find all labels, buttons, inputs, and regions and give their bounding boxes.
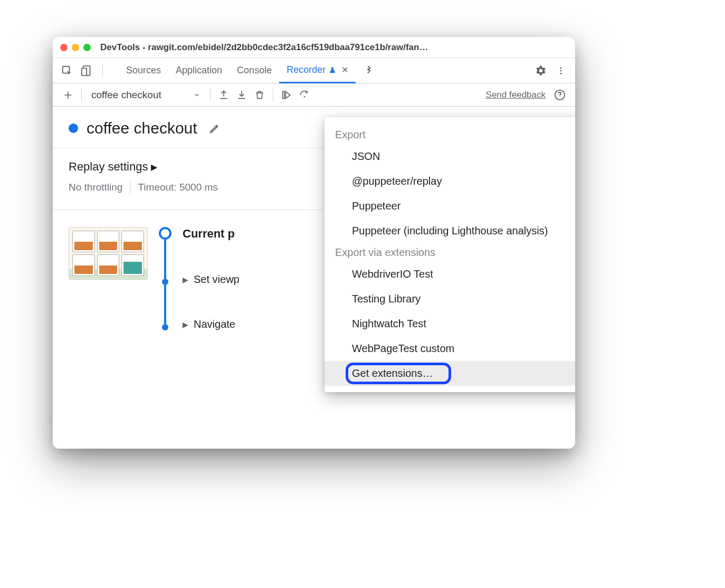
- tab-console[interactable]: Console: [230, 58, 279, 83]
- titlebar: DevTools - rawgit.com/ebidel/2d2bb0cdec3…: [53, 37, 575, 58]
- recording-indicator-icon: [69, 124, 78, 133]
- send-feedback-link[interactable]: Send feedback: [486, 90, 546, 100]
- step-replay-icon[interactable]: [278, 86, 295, 104]
- delete-icon[interactable]: [251, 86, 269, 104]
- export-testing-library-item[interactable]: Testing Library: [325, 287, 575, 311]
- svg-point-4: [560, 70, 562, 71]
- recording-selector[interactable]: coffee checkout: [86, 89, 206, 101]
- maximize-window-button[interactable]: [83, 44, 91, 51]
- export-webpagetest-item[interactable]: WebPageTest custom: [325, 336, 575, 361]
- tab-label: Recorder: [287, 64, 326, 75]
- get-extensions-item[interactable]: Get extensions…: [325, 361, 575, 386]
- page-thumbnail: [69, 227, 148, 280]
- divider: [273, 89, 273, 101]
- divider: [81, 89, 82, 101]
- export-json-item[interactable]: JSON: [325, 144, 575, 169]
- expand-icon: ▶: [183, 320, 188, 329]
- svg-point-5: [560, 72, 562, 74]
- new-recording-icon[interactable]: [59, 86, 77, 104]
- inspect-element-icon[interactable]: [58, 62, 76, 80]
- tab-recorder[interactable]: Recorder ✕: [279, 58, 356, 83]
- recording-name: coffee checkout: [91, 89, 161, 101]
- devtools-window: DevTools - rawgit.com/ebidel/2d2bb0cdec3…: [53, 37, 575, 449]
- dropdown-section-header: Export: [325, 126, 575, 144]
- timeline-track: [157, 227, 173, 330]
- step-label: Set viewp: [194, 273, 240, 286]
- export-puppeteer-lighthouse-item[interactable]: Puppeteer (including Lighthouse analysis…: [325, 219, 575, 243]
- close-tab-icon[interactable]: ✕: [341, 65, 348, 75]
- window-controls: [60, 44, 91, 51]
- timeout-value: Timeout: 5000 ms: [138, 182, 217, 193]
- replay-settings-label: Replay settings: [69, 160, 148, 174]
- chevron-right-icon: ▶: [151, 162, 157, 172]
- device-toolbar-icon[interactable]: [78, 62, 96, 80]
- svg-rect-6: [282, 91, 284, 98]
- divider: [130, 181, 130, 194]
- timeline-node: [162, 279, 168, 285]
- get-extensions-label: Get extensions…: [352, 367, 433, 379]
- expand-icon: ▶: [183, 276, 188, 284]
- timeline-start-node: [159, 227, 171, 240]
- edit-name-icon[interactable]: [206, 119, 224, 137]
- help-icon[interactable]: [551, 86, 569, 104]
- throttling-value: No throttling: [69, 182, 122, 193]
- import-icon[interactable]: [233, 86, 251, 104]
- tabs-list: Sources Application Console Recorder ✕: [119, 58, 378, 83]
- replay-loop-icon[interactable]: [295, 86, 313, 104]
- export-webdriverio-item[interactable]: WebdriverIO Test: [325, 262, 575, 287]
- export-puppeteer-item[interactable]: Puppeteer: [325, 194, 575, 219]
- dropdown-section-header: Export via extensions: [325, 243, 575, 262]
- svg-point-3: [560, 67, 562, 69]
- close-window-button[interactable]: [60, 44, 68, 51]
- recording-title: coffee checkout: [87, 119, 197, 137]
- chevron-down-icon: [193, 91, 201, 99]
- more-options-icon[interactable]: [552, 62, 570, 80]
- svg-point-7: [304, 96, 306, 98]
- timeline-node: [162, 324, 168, 330]
- window-title: DevTools - rawgit.com/ebidel/2d2bb0cdec3…: [100, 42, 568, 53]
- export-nightwatch-item[interactable]: Nightwatch Test: [325, 311, 575, 336]
- tab-application[interactable]: Application: [168, 58, 230, 83]
- export-puppeteer-replay-item[interactable]: @puppeteer/replay: [325, 169, 575, 194]
- export-icon[interactable]: [215, 86, 233, 104]
- flask-icon: [329, 67, 336, 74]
- settings-icon[interactable]: [532, 62, 550, 80]
- recorder-toolbar: coffee checkout Send feedback: [53, 83, 575, 107]
- minimize-window-button[interactable]: [72, 44, 79, 51]
- panel-tabs-row: Sources Application Console Recorder ✕: [53, 58, 575, 83]
- divider: [102, 64, 103, 77]
- svg-rect-2: [82, 68, 87, 75]
- step-label: Navigate: [194, 318, 235, 330]
- export-dropdown: Export JSON @puppeteer/replay Puppeteer …: [325, 117, 575, 392]
- more-tabs-icon[interactable]: [360, 62, 378, 80]
- tab-sources[interactable]: Sources: [119, 58, 168, 83]
- divider: [210, 89, 211, 101]
